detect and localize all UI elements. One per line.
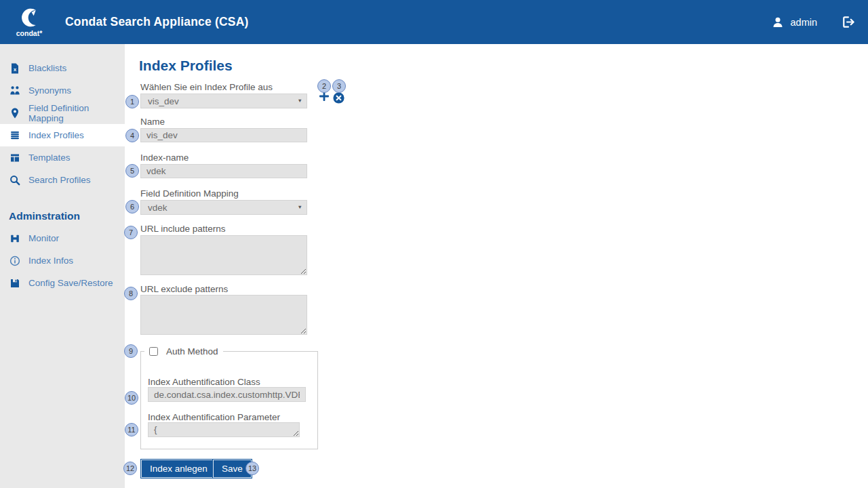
remove-icon[interactable] [333, 92, 344, 104]
url-exclude-label: URL exclude patterns [140, 284, 228, 294]
annotation-badge-10: 10 [125, 391, 138, 405]
sidebar-item-templates[interactable]: Templates [0, 146, 125, 169]
save-icon [9, 278, 20, 289]
layout-icon [9, 152, 20, 163]
auth-class-field[interactable] [148, 387, 306, 402]
sidebar-item-label: Synonyms [28, 85, 71, 96]
logout-button[interactable] [840, 14, 856, 30]
sidebar-item-label: Index Infos [28, 256, 73, 266]
condat-logo-text: condat* [16, 29, 43, 37]
app-title: Condat Search Appliance (CSA) [65, 15, 249, 29]
index-name-field[interactable] [140, 164, 307, 178]
index-anlegen-button[interactable]: Index anlegen [140, 459, 217, 479]
sidebar-nav: x Blacklists Synonyms Field Definition M… [0, 44, 125, 488]
annotation-badge-13: 13 [245, 462, 259, 475]
sidebar-item-label: Config Save/Restore [28, 278, 113, 288]
users-icon [9, 85, 20, 96]
fdm-select-label: Field Definition Mapping [140, 188, 239, 199]
annotation-badge-11: 11 [125, 423, 138, 436]
annotation-badge-8: 8 [124, 287, 138, 300]
monitor-icon [9, 233, 20, 244]
sidebar-item-label: Field Definition Mapping [28, 103, 125, 123]
auth-param-label: Index Authentification Parameter [148, 412, 280, 422]
sidebar-item-config-save-restore[interactable]: Config Save/Restore [0, 272, 125, 294]
user-menu[interactable]: admin [771, 16, 818, 29]
search-icon [9, 175, 20, 186]
name-field-label: Name [140, 117, 165, 127]
sidebar-item-index-infos[interactable]: Index Infos [0, 249, 125, 272]
sidebar-item-synonyms[interactable]: Synonyms [0, 79, 125, 102]
annotation-badge-1: 1 [125, 95, 139, 108]
annotation-badge-9: 9 [124, 344, 138, 358]
fdm-select[interactable]: vdek [140, 200, 307, 215]
name-field[interactable] [140, 128, 307, 142]
annotation-badge-7: 7 [124, 226, 138, 239]
auth-method-label: Auth Method [166, 346, 218, 357]
sidebar-item-index-profiles[interactable]: Index Profiles [0, 124, 125, 146]
logout-icon [840, 14, 856, 30]
list-icon [9, 130, 20, 141]
sidebar-item-blacklists[interactable]: x Blacklists [0, 57, 125, 79]
sidebar-item-search-profiles[interactable]: Search Profiles [0, 169, 125, 191]
profile-select-label: Wählen Sie ein Index Profile aus [140, 82, 273, 92]
page-title: Index Profiles [139, 58, 233, 74]
sidebar-item-label: Index Profiles [28, 130, 84, 140]
auth-method-checkbox[interactable] [149, 347, 158, 356]
sidebar-item-label: Blacklists [28, 63, 66, 73]
annotation-badge-5: 5 [125, 164, 139, 178]
info-icon [9, 256, 20, 266]
url-include-textarea[interactable] [140, 235, 307, 275]
sidebar-item-label: Templates [28, 152, 71, 163]
sidebar-item-label: Monitor [28, 233, 59, 243]
sidebar-section-administration: Adminstration [0, 205, 125, 227]
auth-class-label: Index Authentification Class [148, 377, 260, 387]
condat-logo: condat* [9, 7, 49, 37]
file-x-icon: x [9, 63, 20, 74]
sidebar-item-monitor[interactable]: Monitor [0, 227, 125, 249]
url-exclude-textarea[interactable] [140, 295, 307, 335]
annotation-badge-2: 2 [317, 79, 331, 93]
annotation-badge-6: 6 [125, 200, 139, 214]
url-include-label: URL include patterns [140, 224, 226, 234]
index-profiles-form: Index Profiles Wählen Sie ein Index Prof… [125, 44, 868, 488]
user-icon [771, 16, 785, 29]
username-label: admin [791, 17, 818, 28]
annotation-badge-3: 3 [332, 79, 346, 93]
sidebar-item-field-definition-mapping[interactable]: Field Definition Mapping [0, 102, 125, 124]
profile-select-wrap: vis_dev ▼ [140, 94, 307, 108]
annotation-badge-4: 4 [125, 129, 139, 142]
condat-logo-icon [18, 7, 40, 28]
map-marker-icon [9, 108, 20, 119]
app-header: condat* Condat Search Appliance (CSA) ad… [0, 0, 868, 44]
auth-method-legend: Auth Method [144, 346, 223, 357]
index-name-field-label: Index-name [140, 152, 189, 163]
fdm-select-wrap: vdek ▼ [140, 200, 307, 215]
auth-param-textarea[interactable]: { [148, 422, 300, 437]
profile-select[interactable]: vis_dev [140, 94, 307, 108]
sidebar-item-label: Search Profiles [28, 175, 91, 185]
annotation-badge-12: 12 [123, 462, 137, 475]
